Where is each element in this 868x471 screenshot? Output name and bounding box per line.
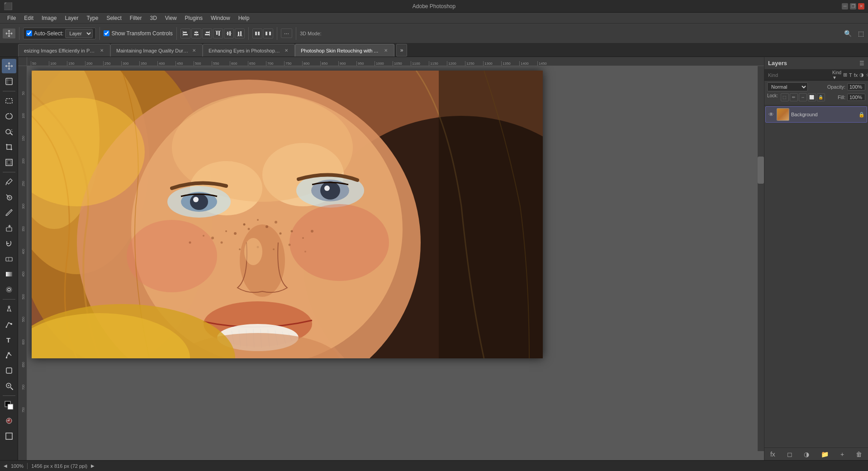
align-bottom-button[interactable] — [235, 29, 245, 38]
minimize-button[interactable]: ─ — [842, 3, 848, 10]
menu-help[interactable]: Help — [235, 14, 253, 22]
app-icon: ⬛ — [4, 2, 13, 10]
quick-select-tool-icon[interactable] — [2, 124, 16, 139]
svg-point-81 — [289, 204, 389, 281]
marquee-tool-icon[interactable] — [2, 94, 16, 108]
gradient-tool-icon[interactable] — [2, 267, 16, 281]
blend-mode-select[interactable]: Normal Multiply Screen Overlay — [767, 82, 808, 91]
fill-value[interactable]: 100% — [847, 94, 865, 101]
opacity-value[interactable]: 100% — [847, 83, 865, 90]
align-center-h-button[interactable] — [191, 29, 201, 38]
layers-new-button[interactable]: + — [839, 450, 846, 459]
layers-panel-menu[interactable]: ☰ — [859, 60, 864, 67]
menu-window[interactable]: Window — [207, 14, 234, 22]
blur-tool-icon[interactable] — [2, 282, 16, 297]
title-bar-controls[interactable]: ─ ❐ ✕ — [842, 3, 864, 10]
layers-filter-adj[interactable]: ◑ — [859, 72, 864, 78]
layers-filter-button[interactable]: ⊞ — [843, 72, 847, 78]
tabs-overflow-button[interactable]: » — [396, 44, 407, 57]
align-left-button[interactable] — [180, 29, 190, 38]
screen-mode-icon[interactable] — [2, 429, 16, 443]
layer-name: Background — [791, 112, 857, 117]
lock-transparent-btn[interactable]: ⬚ — [781, 93, 789, 101]
menu-file[interactable]: File — [4, 14, 19, 22]
layers-filter-effects[interactable]: fx — [854, 72, 858, 78]
svg-point-91 — [291, 230, 293, 233]
distribute-center-button[interactable] — [263, 29, 273, 38]
menu-type[interactable]: Type — [83, 14, 102, 22]
move-tool-icon[interactable] — [2, 59, 16, 73]
crop-tool-icon[interactable] — [2, 140, 16, 154]
pen-tool-icon[interactable] — [2, 317, 16, 332]
shape-tool-icon[interactable] — [2, 363, 16, 378]
menu-edit[interactable]: Edit — [20, 14, 37, 22]
toolbar-sep-1 — [19, 27, 19, 40]
zoom-tool-icon[interactable] — [2, 379, 16, 393]
menu-select[interactable]: Select — [103, 14, 125, 22]
eraser-tool-icon[interactable] — [2, 252, 16, 266]
eyedropper-tool-icon[interactable] — [2, 175, 16, 189]
workspace-button[interactable]: ⬚ — [857, 29, 865, 38]
artboard-tool-icon[interactable] — [2, 74, 16, 89]
path-select-icon[interactable] — [2, 348, 16, 362]
align-right-button[interactable] — [202, 29, 212, 38]
menu-layer[interactable]: Layer — [61, 14, 82, 22]
tab-1-close[interactable]: ✕ — [191, 48, 197, 53]
menu-view[interactable]: View — [161, 14, 180, 22]
tab-0[interactable]: esizing Images Efficiently in Photoshop.… — [18, 44, 110, 57]
tab-3-close[interactable]: ✕ — [383, 48, 389, 53]
status-back-button[interactable]: ◀ — [4, 463, 7, 468]
menu-image[interactable]: Image — [38, 14, 60, 22]
foreground-color-swatch[interactable] — [2, 398, 16, 413]
auto-select-checkbox[interactable] — [26, 30, 32, 36]
scrollbar-right[interactable] — [758, 66, 764, 451]
layer-background[interactable]: 👁 Background 🔒 — [765, 106, 867, 123]
tab-1[interactable]: Maintaining Image Quality During Resizin… — [110, 44, 203, 57]
lock-artboard-btn[interactable]: ⬜ — [808, 93, 816, 101]
history-brush-icon[interactable] — [2, 236, 16, 251]
svg-text:350: 350 — [22, 226, 25, 232]
lock-all-btn[interactable]: 🔒 — [817, 93, 825, 101]
layers-group-button[interactable]: 📁 — [819, 450, 830, 459]
layers-fx-button[interactable]: fx — [768, 450, 777, 459]
auto-select-dropdown[interactable]: Layer Group — [65, 29, 93, 38]
layers-delete-button[interactable]: 🗑 — [854, 450, 864, 459]
dodge-tool-icon[interactable] — [2, 302, 16, 316]
menu-3d[interactable]: 3D — [146, 14, 160, 22]
layers-search-input[interactable] — [768, 72, 830, 78]
brush-tool-icon[interactable] — [2, 205, 16, 220]
close-button[interactable]: ✕ — [858, 3, 864, 10]
align-center-v-button[interactable] — [224, 29, 234, 38]
lock-position-btn[interactable]: ↔ — [799, 93, 807, 101]
layers-mask-button[interactable]: ◻ — [785, 450, 794, 459]
lasso-tool-icon[interactable] — [2, 109, 16, 124]
transform-controls-checkbox[interactable] — [104, 30, 109, 36]
move-tool-button[interactable] — [3, 29, 15, 38]
menu-filter[interactable]: Filter — [126, 14, 146, 22]
opacity-row: Opacity: 100% — [827, 83, 865, 90]
layers-filter-text[interactable]: T — [849, 72, 852, 78]
layers-adjustment-button[interactable]: ◑ — [802, 450, 811, 459]
lock-image-btn[interactable]: ✏ — [790, 93, 798, 101]
svg-text:550: 550 — [22, 317, 25, 322]
tab-2[interactable]: Enhancing Eyes in Photoshop.png @ 100%..… — [203, 44, 295, 57]
restore-button[interactable]: ❐ — [850, 3, 856, 10]
more-options-button[interactable]: ··· — [281, 29, 292, 38]
tab-3[interactable]: Photoshop Skin Retouching with Adjustmen… — [295, 44, 394, 57]
distribute-left-button[interactable] — [252, 29, 262, 38]
menu-plugins[interactable]: Plugins — [181, 14, 206, 22]
tab-0-close[interactable]: ✕ — [99, 48, 104, 53]
search-toolbar-button[interactable]: 🔍 — [843, 29, 853, 38]
frame-tool-icon[interactable] — [2, 155, 16, 170]
heal-tool-icon[interactable] — [2, 190, 16, 205]
toolbox-separator-1 — [3, 91, 15, 91]
quickmask-icon[interactable] — [2, 414, 16, 428]
scrollbar-thumb[interactable] — [758, 157, 764, 184]
layers-filter-smart[interactable]: ☆ — [866, 72, 868, 78]
status-forward-button[interactable]: ▶ — [91, 463, 95, 468]
clone-stamp-icon[interactable] — [2, 221, 16, 235]
tab-2-close[interactable]: ✕ — [284, 48, 289, 53]
layer-visibility-toggle[interactable]: 👁 — [768, 111, 775, 118]
align-top-button[interactable] — [213, 29, 223, 38]
text-tool-icon[interactable]: T — [2, 333, 16, 347]
